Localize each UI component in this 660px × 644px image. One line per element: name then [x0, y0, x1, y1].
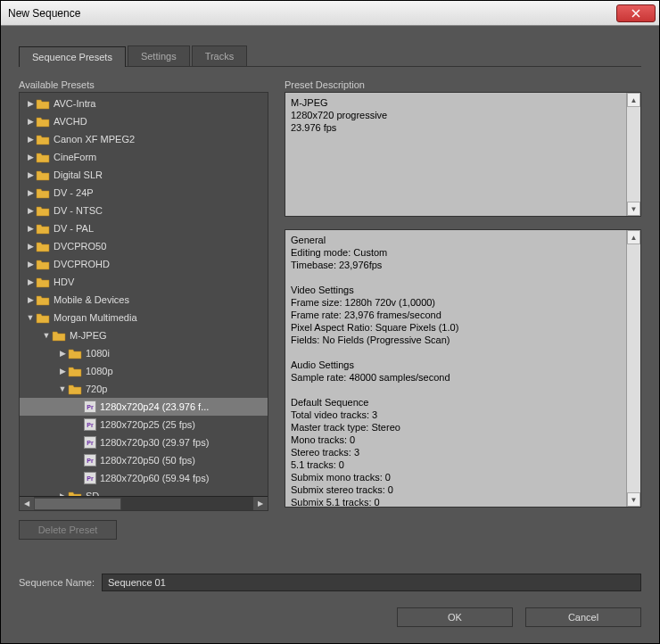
tab-sequence-presets[interactable]: Sequence Presets — [19, 46, 126, 67]
sequence-name-label: Sequence Name: — [19, 577, 95, 588]
expand-toggle-icon[interactable]: ▶ — [25, 170, 36, 179]
delete-preset-button: Delete Preset — [19, 520, 117, 540]
preset-description-label: Preset Description — [285, 79, 641, 90]
expand-toggle-icon[interactable]: ▶ — [25, 117, 36, 126]
new-sequence-window: New Sequence Sequence PresetsSettingsTra… — [0, 0, 660, 644]
preset-description-text: M-JPEG 1280x720 progressive 23.976 fps — [285, 93, 626, 216]
scroll-thumb[interactable] — [34, 498, 121, 510]
tree-folder[interactable]: ▼720p — [20, 380, 268, 398]
tree-item-label: AVCHD — [54, 116, 87, 127]
scroll-up-button[interactable]: ▲ — [627, 230, 640, 244]
expand-toggle-icon[interactable]: ▼ — [41, 331, 52, 340]
tree-item-label: Digital SLR — [54, 169, 103, 180]
expand-toggle-icon[interactable]: ▶ — [25, 242, 36, 251]
tree-item-label: 720p — [86, 384, 107, 394]
tree-folder[interactable]: ▶DVCPROHD — [20, 255, 268, 273]
tree-item-label: 1280x720p60 (59.94 fps) — [100, 473, 209, 483]
tree-item-label: CineForm — [54, 152, 96, 162]
tree-folder[interactable]: ▶Digital SLR — [20, 166, 268, 184]
tree-item-label: AVC-Intra — [54, 98, 95, 109]
tree-item-label: 1280x720p30 (29.97 fps) — [100, 437, 209, 448]
expand-toggle-icon[interactable]: ▶ — [57, 349, 68, 358]
tree-preset-item[interactable]: Pr1280x720p60 (59.94 fps) — [20, 469, 268, 487]
tree-folder[interactable]: ▶AVCHD — [20, 112, 268, 130]
tree-preset-item[interactable]: Pr1280x720p25 (25 fps) — [20, 416, 268, 433]
tree-item-label: DVCPRO50 — [54, 241, 106, 252]
expand-toggle-icon[interactable]: ▶ — [25, 99, 36, 108]
scroll-down-button[interactable]: ▼ — [627, 202, 640, 216]
expand-toggle-icon[interactable]: ▶ — [25, 260, 36, 268]
sequence-name-row: Sequence Name: — [19, 574, 641, 591]
preset-file-icon: Pr — [84, 418, 96, 431]
tree-folder[interactable]: ▶Mobile & Devices — [20, 291, 268, 309]
tree-folder[interactable]: ▶1080i — [20, 344, 268, 362]
ok-button[interactable]: OK — [397, 607, 513, 627]
tree-item-label: 1280x720p24 (23.976 f... — [100, 401, 209, 412]
tree-folder[interactable]: ▶HDV — [20, 273, 268, 291]
close-button[interactable] — [616, 4, 656, 22]
tree-item-label: 1080i — [86, 348, 110, 359]
tree-item-label: Mobile & Devices — [54, 294, 129, 305]
tab-bar: Sequence PresetsSettingsTracks — [19, 45, 641, 67]
preset-tree[interactable]: ▶AVC-Intra▶AVCHD▶Canon XF MPEG2▶CineForm… — [20, 93, 268, 496]
preset-file-icon: Pr — [84, 436, 96, 449]
scroll-down-button[interactable]: ▼ — [627, 492, 640, 507]
tree-folder[interactable]: ▶AVC-Intra — [20, 95, 268, 112]
tree-item-label: M-JPEG — [70, 330, 107, 341]
tree-folder[interactable]: ▼Morgan Multimedia — [20, 309, 268, 326]
preset-file-icon: Pr — [84, 400, 96, 413]
scroll-track[interactable] — [34, 497, 253, 511]
tree-preset-item[interactable]: Pr1280x720p50 (50 fps) — [20, 451, 268, 469]
expand-toggle-icon[interactable]: ▶ — [25, 188, 36, 197]
tab-tracks[interactable]: Tracks — [192, 45, 248, 66]
preset-details-box: General Editing mode: Custom Timebase: 2… — [285, 229, 641, 508]
tree-item-label: Canon XF MPEG2 — [54, 134, 135, 144]
tree-folder[interactable]: ▶DV - PAL — [20, 219, 268, 237]
close-icon — [631, 9, 640, 18]
expand-toggle-icon[interactable]: ▼ — [57, 384, 68, 393]
desc-scrollbar[interactable]: ▲ ▼ — [626, 93, 640, 216]
preset-details-text: General Editing mode: Custom Timebase: 2… — [285, 230, 626, 507]
button-row: OK Cancel — [19, 607, 641, 627]
expand-toggle-icon[interactable]: ▶ — [57, 367, 68, 376]
tree-folder[interactable]: ▶Canon XF MPEG2 — [20, 130, 268, 148]
tree-folder[interactable]: ▶DVCPRO50 — [20, 237, 268, 255]
tree-preset-item[interactable]: Pr1280x720p30 (29.97 fps) — [20, 433, 268, 451]
window-title: New Sequence — [1, 7, 80, 20]
tree-item-label: DV - 24P — [54, 187, 94, 198]
tree-item-label: 1280x720p25 (25 fps) — [100, 419, 195, 430]
tree-item-label: 1080p — [86, 366, 113, 376]
details-scrollbar[interactable]: ▲ ▼ — [626, 230, 640, 507]
titlebar: New Sequence — [1, 1, 659, 26]
tree-item-label: DV - PAL — [54, 223, 94, 234]
preset-file-icon: Pr — [84, 454, 96, 466]
expand-toggle-icon[interactable]: ▶ — [25, 224, 36, 233]
preset-tree-panel: ▶AVC-Intra▶AVCHD▶Canon XF MPEG2▶CineForm… — [19, 92, 268, 511]
dialog-content: Sequence PresetsSettingsTracks Available… — [1, 26, 659, 643]
expand-toggle-icon[interactable]: ▶ — [25, 206, 36, 215]
tab-settings[interactable]: Settings — [128, 45, 190, 66]
expand-toggle-icon[interactable]: ▼ — [25, 313, 36, 322]
sequence-name-input[interactable] — [102, 574, 641, 591]
scroll-right-button[interactable]: ▶ — [253, 497, 268, 511]
tree-item-label: 1280x720p50 (50 fps) — [100, 455, 195, 466]
scroll-left-button[interactable]: ◀ — [20, 497, 34, 511]
tree-folder[interactable]: ▶DV - NTSC — [20, 202, 268, 219]
cancel-button[interactable]: Cancel — [525, 607, 641, 627]
tree-folder[interactable]: ▶1080p — [20, 362, 268, 380]
expand-toggle-icon[interactable]: ▶ — [25, 295, 36, 304]
expand-toggle-icon[interactable]: ▶ — [25, 153, 36, 161]
preset-description-box: M-JPEG 1280x720 progressive 23.976 fps ▲… — [285, 92, 641, 217]
horizontal-scrollbar[interactable]: ◀ ▶ — [20, 496, 268, 510]
tree-folder[interactable]: ▶SD — [20, 487, 268, 496]
tree-preset-item[interactable]: Pr1280x720p24 (23.976 f... — [20, 398, 268, 416]
tree-folder[interactable]: ▶DV - 24P — [20, 184, 268, 202]
tree-item-label: Morgan Multimedia — [54, 312, 137, 323]
expand-toggle-icon[interactable]: ▶ — [25, 135, 36, 144]
tree-item-label: DVCPROHD — [54, 259, 110, 269]
tree-folder[interactable]: ▼M-JPEG — [20, 326, 268, 344]
expand-toggle-icon[interactable]: ▶ — [25, 277, 36, 286]
preset-file-icon: Pr — [84, 472, 96, 484]
tree-folder[interactable]: ▶CineForm — [20, 148, 268, 166]
scroll-up-button[interactable]: ▲ — [627, 93, 640, 107]
